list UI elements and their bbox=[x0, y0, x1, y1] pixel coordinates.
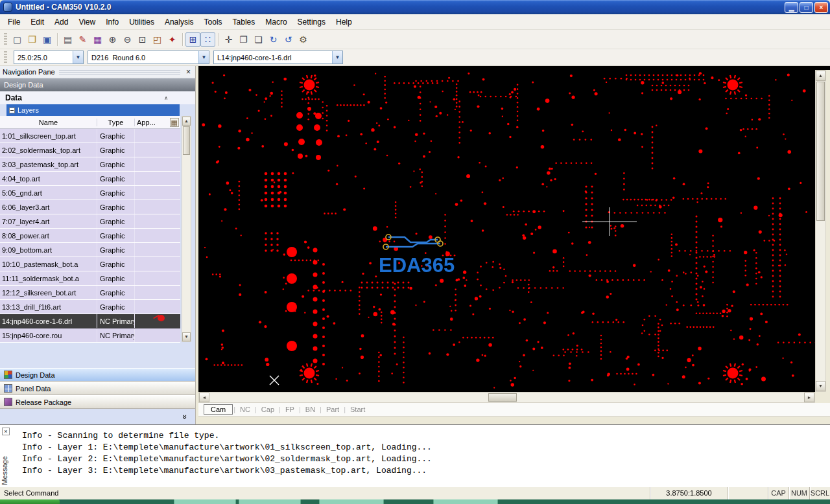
open-file-icon[interactable]: ❒ bbox=[25, 32, 40, 47]
menu-file[interactable]: File bbox=[3, 16, 25, 29]
menu-tables[interactable]: Tables bbox=[228, 16, 261, 29]
menu-tools[interactable]: Tools bbox=[199, 16, 228, 29]
column-header-type[interactable]: Type bbox=[97, 119, 135, 126]
layer-row[interactable]: 8:08_power.artGraphic bbox=[0, 229, 180, 243]
column-header-name[interactable]: Name bbox=[0, 119, 97, 126]
layer-row[interactable]: 4:04_top.artGraphic bbox=[0, 172, 180, 186]
column-header-app[interactable]: App...▦ bbox=[135, 118, 180, 127]
scroll-left-icon[interactable]: ◄ bbox=[199, 393, 209, 402]
print-icon[interactable]: ▤ bbox=[60, 32, 75, 47]
zoom-in-icon[interactable]: ⊕ bbox=[105, 32, 120, 47]
layer-row[interactable]: 7:07_layer4.artGraphic bbox=[0, 214, 180, 229]
taskbar-button[interactable] bbox=[319, 499, 384, 504]
taskbar-button[interactable] bbox=[239, 499, 301, 504]
scroll-right-icon[interactable]: ► bbox=[804, 393, 814, 402]
scroll-down-icon[interactable]: ▼ bbox=[182, 332, 191, 341]
scroll-track[interactable] bbox=[182, 155, 191, 332]
layer-row[interactable]: 13:13_drill_f1t6.artGraphic bbox=[0, 300, 180, 314]
pcb-viewport[interactable] bbox=[198, 70, 815, 392]
paste-icon[interactable]: ❏ bbox=[251, 32, 266, 47]
chevron-down-icon[interactable]: ▼ bbox=[332, 51, 342, 63]
layer-row[interactable]: 12:12_silksreen_bot.artGraphic bbox=[0, 286, 180, 300]
navpane-button-release-package[interactable]: Release Package bbox=[0, 395, 195, 409]
menu-info[interactable]: Info bbox=[101, 16, 124, 29]
layer-row[interactable]: 14:jnp460-core-1-6.drlNC Primary bbox=[0, 314, 180, 328]
collapse-chevron-icon[interactable]: ∧ bbox=[164, 95, 168, 101]
tree-item-layers[interactable]: Layers bbox=[6, 104, 180, 116]
canvas-hscrollbar[interactable]: ◄ ► bbox=[198, 392, 815, 403]
copy-icon[interactable]: ❐ bbox=[236, 32, 251, 47]
new-file-icon[interactable]: ▢ bbox=[10, 32, 25, 47]
dcode-table-icon[interactable]: ◰ bbox=[150, 32, 165, 47]
undo-icon[interactable]: ↺ bbox=[281, 32, 296, 47]
windows-taskbar[interactable] bbox=[0, 499, 830, 504]
table-scrollbar[interactable]: ▲ ▼ bbox=[182, 116, 191, 342]
zoom-out-icon[interactable]: ⊖ bbox=[120, 32, 135, 47]
menu-analysis[interactable]: Analysis bbox=[160, 16, 199, 29]
collapse-box-icon[interactable] bbox=[9, 108, 15, 113]
menu-edit[interactable]: Edit bbox=[25, 16, 49, 29]
dot-grid-icon[interactable]: ∷ bbox=[200, 32, 215, 47]
menu-help[interactable]: Help bbox=[331, 16, 357, 29]
snap-grid-icon[interactable]: ⊞ bbox=[185, 32, 200, 47]
scroll-down-icon[interactable]: ▼ bbox=[816, 381, 825, 391]
canvas-vscrollbar[interactable]: ▲ ▼ bbox=[815, 70, 826, 392]
scroll-track[interactable] bbox=[816, 222, 825, 381]
maximize-button[interactable]: □ bbox=[800, 2, 813, 13]
taskbar-button[interactable] bbox=[174, 499, 236, 504]
chevron-down-icon[interactable]: ▼ bbox=[73, 51, 83, 63]
taskbar-button[interactable] bbox=[433, 499, 498, 504]
tab-start[interactable]: Start bbox=[346, 405, 369, 414]
scroll-thumb[interactable] bbox=[488, 393, 517, 402]
dcode-select[interactable]: D216 Round 6.0 ▼ bbox=[88, 51, 209, 64]
navpane-button-design-data[interactable]: Design Data bbox=[0, 368, 195, 382]
scroll-up-icon[interactable]: ▲ bbox=[816, 71, 825, 81]
settings-icon[interactable]: ⚙ bbox=[296, 32, 311, 47]
layer-row[interactable]: 3:03_pastemask_top.artGraphic bbox=[0, 157, 180, 172]
titlebar[interactable]: Untitled - CAM350 V10.2.0 ▁ □ × bbox=[0, 0, 830, 14]
menu-add[interactable]: Add bbox=[49, 16, 73, 29]
menu-view[interactable]: View bbox=[73, 16, 101, 29]
layer-row[interactable]: 2:02_soldermask_top.artGraphic bbox=[0, 143, 180, 157]
layer-row[interactable]: 5:05_gnd.artGraphic bbox=[0, 186, 180, 200]
layer-row[interactable]: 10:10_pastemask_bot.aGraphic bbox=[0, 257, 180, 271]
tab-fp[interactable]: FP bbox=[281, 405, 298, 414]
layer-row[interactable]: 11:11_soldermask_bot.aGraphic bbox=[0, 271, 180, 286]
layer-row[interactable]: 1:01_silkscreen_top.artGraphic bbox=[0, 129, 180, 143]
save-icon[interactable]: ▣ bbox=[40, 32, 54, 47]
tab-cam[interactable]: Cam bbox=[204, 404, 233, 415]
table-settings-icon[interactable]: ▦ bbox=[170, 118, 179, 127]
navpane-grip[interactable] bbox=[59, 70, 180, 74]
configure-buttons-chevron-icon[interactable]: » bbox=[180, 414, 190, 418]
combobar-grip[interactable] bbox=[4, 51, 7, 64]
navpane-button-panel-data[interactable]: Panel Data bbox=[0, 382, 195, 395]
scroll-up-icon[interactable]: ▲ bbox=[182, 117, 191, 126]
layer-row[interactable]: 6:06_layer3.artGraphic bbox=[0, 200, 180, 214]
chevron-down-icon[interactable]: ▼ bbox=[198, 51, 209, 63]
scroll-thumb[interactable] bbox=[183, 126, 190, 155]
flash-icon[interactable]: ✦ bbox=[165, 32, 180, 47]
toolbar-grip[interactable] bbox=[4, 33, 7, 46]
scroll-thumb[interactable] bbox=[816, 82, 825, 221]
menu-settings[interactable]: Settings bbox=[292, 16, 331, 29]
rotate-icon[interactable]: ↻ bbox=[266, 32, 281, 47]
zoom-window-icon[interactable]: ⊡ bbox=[135, 32, 150, 47]
navpane-close-icon[interactable]: × bbox=[184, 67, 193, 76]
start-button[interactable] bbox=[0, 499, 60, 504]
minimize-button[interactable]: ▁ bbox=[785, 2, 798, 13]
layer-row[interactable]: 9:09_bottom.artGraphic bbox=[0, 243, 180, 257]
tab-cap[interactable]: Cap bbox=[257, 405, 278, 414]
redline-icon[interactable]: ✎ bbox=[75, 32, 90, 47]
active-layer-select[interactable]: L14:jnp460-core-1-6.drl ▼ bbox=[213, 51, 343, 64]
tab-bn[interactable]: BN bbox=[302, 405, 319, 414]
tab-nc[interactable]: NC bbox=[236, 405, 254, 414]
film-box-icon[interactable]: ▦ bbox=[90, 32, 105, 47]
navpane-titlebar[interactable]: Navigation Pane × bbox=[0, 66, 195, 78]
menu-macro[interactable]: Macro bbox=[260, 16, 292, 29]
layer-row[interactable]: 15:jnp460-core.rouNC Primary bbox=[0, 328, 180, 343]
tab-part[interactable]: Part bbox=[322, 405, 343, 414]
grid-select[interactable]: 25.0:25.0 ▼ bbox=[14, 51, 84, 64]
close-button[interactable]: × bbox=[814, 2, 828, 13]
pan-icon[interactable]: ✛ bbox=[221, 32, 236, 47]
menu-utilities[interactable]: Utilities bbox=[124, 16, 160, 29]
